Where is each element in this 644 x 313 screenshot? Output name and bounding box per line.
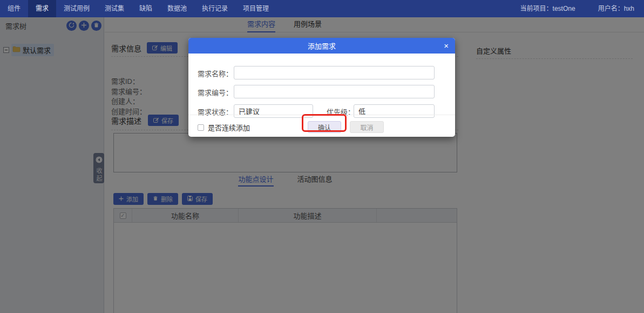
continuous-add-checkbox[interactable] <box>198 124 204 131</box>
cancel-button[interactable]: 取消 <box>350 121 384 133</box>
requirement-no-input[interactable] <box>234 85 435 98</box>
nav-item-components[interactable]: 组件 <box>0 0 28 17</box>
requirement-name-label: 需求名称： <box>198 68 233 78</box>
confirm-button[interactable]: 确认 <box>308 121 341 133</box>
nav-item-test-cases[interactable]: 测试用例 <box>56 0 97 17</box>
dialog-footer: 是否连续添加 确认 取消 <box>188 115 455 137</box>
requirement-no-label: 需求编号： <box>198 87 233 97</box>
nav-item-test-sets[interactable]: 测试集 <box>97 0 132 17</box>
add-requirement-dialog: 添加需求 × 需求名称： * 需求编号： * 需求状态： 优先级： 是否连续添加… <box>188 38 455 137</box>
nav-item-data-pool[interactable]: 数据池 <box>160 0 194 17</box>
nav-item-defects[interactable]: 缺陷 <box>132 0 160 17</box>
nav-item-requirements[interactable]: 需求 <box>28 0 56 17</box>
top-nav: 组件 需求 测试用例 测试集 缺陷 数据池 执行记录 项目管理 当前项目：tes… <box>0 0 644 17</box>
page-body: 需求树 默认需求 <box>0 17 644 313</box>
username-label: 用户名：hxh <box>598 0 634 17</box>
current-project-label: 当前项目：testOne <box>520 0 575 17</box>
dialog-header: 添加需求 × <box>188 38 455 54</box>
nav-right-info: 当前项目：testOne 用户名：hxh <box>520 0 644 17</box>
requirement-name-input[interactable] <box>234 66 435 79</box>
continuous-add-label: 是否连续添加 <box>208 122 250 132</box>
nav-item-execution-records[interactable]: 执行记录 <box>194 0 235 17</box>
nav-item-project-management[interactable]: 项目管理 <box>235 0 276 17</box>
close-icon[interactable]: × <box>444 38 449 54</box>
dialog-title: 添加需求 <box>308 41 336 51</box>
